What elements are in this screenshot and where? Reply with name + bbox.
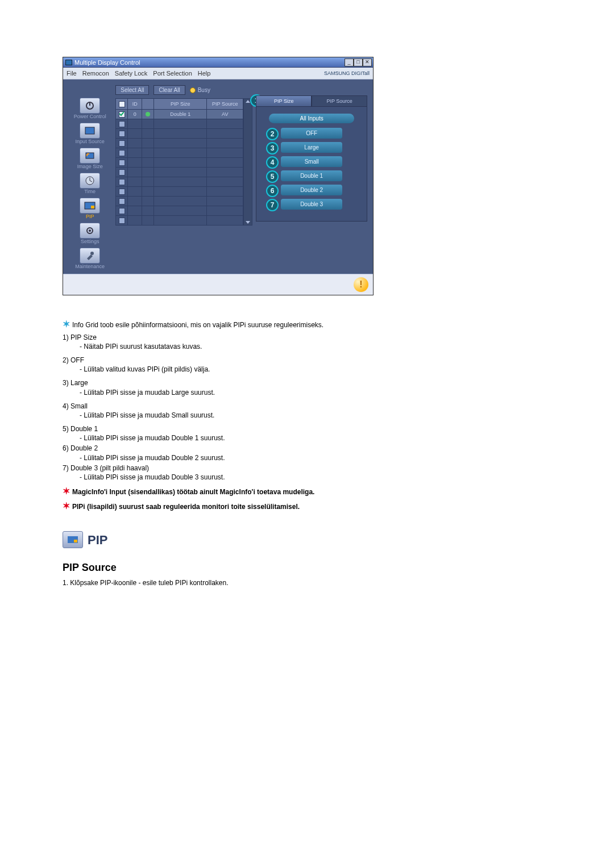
table-row[interactable] (116, 177, 243, 187)
sidebar: Power Control Input Source Image Size Ti… (68, 85, 112, 269)
menu-safety-lock[interactable]: Safety Lock (115, 70, 147, 77)
clear-all-button[interactable]: Clear All (154, 85, 185, 95)
tab-pip-size[interactable]: PIP Size (256, 95, 312, 107)
sidebar-item-label: Time (84, 189, 96, 194)
scroll-up-icon[interactable] (246, 100, 250, 103)
item-desc: - Lülitab valitud kuvas PIPi (pilt pildi… (80, 365, 551, 374)
table-row[interactable] (116, 119, 243, 129)
item-num: 4) (63, 402, 69, 410)
item-num: 2) (63, 356, 69, 364)
option-small[interactable]: 4 Small (281, 156, 342, 167)
table-row[interactable] (116, 206, 243, 216)
table-row[interactable] (116, 216, 243, 226)
item-desc: - Lülitab PIPi sisse ja muudab Small suu… (80, 411, 551, 420)
busy-indicator: Busy (190, 87, 210, 93)
option-double-3[interactable]: 7 Double 3 (281, 199, 342, 210)
maintenance-icon (80, 248, 100, 264)
col-id[interactable]: ID (128, 99, 142, 110)
item-desc: - Näitab PIPi suurust kasutatavas kuvas. (80, 342, 551, 351)
sidebar-item-label: Settings (81, 239, 99, 244)
table-row[interactable] (116, 148, 243, 158)
maximize-button[interactable]: □ (354, 59, 363, 66)
item-title: Double 2 (70, 444, 98, 452)
power-icon (80, 98, 100, 114)
menu-port-selection[interactable]: Port Selection (153, 70, 192, 77)
col-status[interactable] (142, 99, 154, 110)
all-inputs-label: All Inputs (269, 114, 354, 123)
brand-label: SAMSUNG DIGITall (324, 70, 370, 76)
option-label: Double 1 (300, 173, 323, 179)
pip-heading: PIP (88, 532, 107, 549)
table-row[interactable] (116, 158, 243, 168)
table-row[interactable] (116, 168, 243, 177)
option-label: Large (304, 144, 319, 151)
callout-4: 4 (266, 156, 279, 169)
minimize-button[interactable]: _ (345, 59, 354, 66)
table-row[interactable] (116, 139, 243, 148)
info-grid: ID PIP Size PIP Source 0 Double 1 AV (115, 98, 243, 226)
sidebar-item-image-size[interactable]: Image Size (68, 148, 112, 169)
item-num: 6) (63, 444, 69, 452)
pip-icon (80, 198, 100, 214)
busy-label: Busy (198, 87, 210, 93)
warning-icon: ! (354, 277, 368, 292)
option-double-1[interactable]: 5 Double 1 (281, 170, 342, 181)
table-row[interactable]: 0 Double 1 AV (116, 110, 243, 119)
menu-file[interactable]: File (67, 70, 77, 77)
item-desc: - Lülitab PIPi sisse ja muudab Large suu… (80, 388, 551, 397)
option-label: Small (305, 158, 319, 165)
item-title: PIP Size (70, 333, 97, 341)
callout-5: 5 (266, 170, 279, 183)
star-bullet-icon: ✶ (63, 486, 70, 496)
item-title: Double 1 (70, 425, 98, 433)
close-button[interactable]: ✕ (363, 59, 372, 66)
star-bullet-icon: ✶ (63, 501, 70, 511)
option-large[interactable]: 3 Large (281, 142, 342, 153)
svg-rect-8 (91, 206, 94, 208)
item-num: 3) (63, 379, 69, 387)
table-row[interactable] (116, 129, 243, 139)
image-size-icon (80, 148, 100, 164)
cell-pip-source: AV (207, 110, 243, 119)
item-title: Small (70, 402, 88, 410)
sidebar-item-settings[interactable]: Settings (68, 223, 112, 244)
title-bar[interactable]: Multiple Display Control _ □ ✕ (63, 57, 373, 68)
tab-pip-source[interactable]: PIP Source (312, 95, 367, 107)
sidebar-item-time[interactable]: Time (68, 173, 112, 194)
option-label: OFF (306, 130, 317, 136)
doc-note-2: PIPi (lisapildi) suurust saab reguleerid… (72, 503, 300, 511)
sidebar-item-label: Power Control (74, 114, 106, 119)
table-row[interactable] (116, 187, 243, 197)
app-icon (65, 60, 72, 65)
item-title: OFF (70, 356, 84, 364)
select-all-button[interactable]: Select All (115, 85, 149, 95)
sidebar-item-maintenance[interactable]: Maintenance (68, 248, 112, 269)
app-window: Multiple Display Control _ □ ✕ File Remo… (63, 57, 374, 295)
menu-remocon[interactable]: Remocon (82, 70, 109, 77)
settings-icon (80, 223, 100, 239)
menu-help[interactable]: Help (198, 70, 211, 77)
app-title: Multiple Display Control (74, 59, 140, 66)
item-desc: - Lülitab PIPi sisse ja muudab Double 3 … (80, 473, 551, 482)
col-pip-size[interactable]: PIP Size (154, 99, 207, 110)
callout-6: 6 (266, 185, 279, 197)
option-off[interactable]: 2 OFF (281, 128, 342, 139)
pip-section-icon (63, 531, 83, 548)
sidebar-item-label: Input Source (76, 139, 105, 144)
scrollbar[interactable] (243, 98, 252, 226)
busy-dot-icon (190, 87, 196, 93)
status-bar: ! (63, 274, 373, 295)
sidebar-item-power-control[interactable]: Power Control (68, 98, 112, 119)
sidebar-item-input-source[interactable]: Input Source (68, 123, 112, 144)
item-num: 1) (63, 333, 69, 341)
col-pip-source[interactable]: PIP Source (207, 99, 243, 110)
table-row[interactable] (116, 197, 243, 206)
sidebar-item-pip[interactable]: PIP (68, 198, 112, 219)
input-source-icon (80, 123, 100, 139)
scroll-down-icon[interactable] (246, 221, 250, 224)
sidebar-item-label: Image Size (77, 164, 103, 169)
time-icon (80, 173, 100, 189)
col-checkbox[interactable] (116, 99, 128, 110)
option-double-2[interactable]: 6 Double 2 (281, 185, 342, 195)
sidebar-item-label: Maintenance (75, 264, 105, 269)
